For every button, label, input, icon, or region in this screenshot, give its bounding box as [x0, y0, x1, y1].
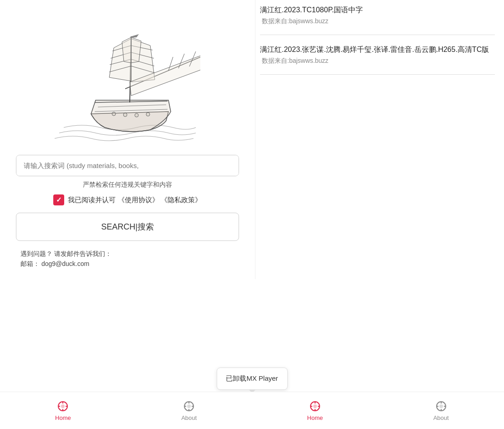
result-item-1[interactable]: 满江红.2023.张艺谋.沈腾.易烊千玺.张译.雷佳音.岳云鹏.H265.高清T…: [260, 44, 495, 75]
warning-text: 严禁检索任何违规关键字和内容: [83, 181, 172, 189]
nav-label-home-right: Home: [307, 414, 323, 421]
svg-point-18: [135, 113, 138, 117]
svg-point-33: [313, 404, 317, 408]
nav-label-about-left: About: [181, 414, 197, 421]
nav-label-home-left: Home: [55, 414, 71, 421]
home-icon-left: [56, 400, 69, 413]
results-container: 满江红.2023.TC1080P.国语中字 数据来自:bajswws.buzz …: [260, 5, 495, 75]
search-input-wrapper[interactable]: [16, 155, 239, 176]
contact-line1: 遇到问题？ 请发邮件告诉我们：: [20, 250, 239, 258]
search-section: 严禁检索任何违规关键字和内容 我已阅读并认可 《使用协议》 《隐私政策》 SEA…: [16, 155, 239, 270]
contact-section: 遇到问题？ 请发邮件告诉我们： 邮箱： dog9@duck.com: [16, 250, 239, 270]
svg-point-16: [112, 112, 116, 116]
contact-line2: 邮箱： dog9@duck.com: [20, 260, 239, 268]
checkbox-row: 我已阅读并认可 《使用协议》 《隐私政策》: [53, 194, 201, 205]
popup-tooltip: 已卸载MX Player: [216, 368, 287, 390]
search-input[interactable]: [16, 155, 239, 176]
about-icon-right: [435, 400, 448, 413]
bottom-nav: Home About Home: [0, 392, 504, 429]
search-button[interactable]: SEARCH|搜索: [16, 213, 239, 241]
result-title-1: 满江红.2023.张艺谋.沈腾.易烊千玺.张译.雷佳音.岳云鹏.H265.高清T…: [260, 44, 495, 55]
nav-item-home-left[interactable]: Home: [0, 392, 126, 429]
svg-point-19: [146, 112, 150, 116]
svg-point-27: [187, 404, 191, 408]
home-icon-right: [309, 400, 321, 413]
nav-item-about-right[interactable]: About: [378, 392, 504, 429]
about-icon-left: [183, 400, 195, 413]
svg-point-17: [123, 113, 127, 117]
result-item-0[interactable]: 满江红.2023.TC1080P.国语中字 数据来自:bajswws.buzz: [260, 5, 495, 35]
svg-point-21: [61, 404, 65, 408]
nav-item-about-left[interactable]: About: [126, 392, 252, 429]
agreement-checkbox[interactable]: [53, 194, 64, 205]
nav-label-about-right: About: [433, 414, 449, 421]
ship-illustration: [55, 9, 200, 146]
result-source-1: 数据来自:bajswws.buzz: [260, 57, 495, 65]
right-panel: 满江红.2023.TC1080P.国语中字 数据来自:bajswws.buzz …: [255, 0, 504, 279]
svg-point-39: [439, 404, 443, 408]
left-panel: 严禁检索任何违规关键字和内容 我已阅读并认可 《使用协议》 《隐私政策》 SEA…: [0, 0, 255, 279]
result-title-0: 满江红.2023.TC1080P.国语中字: [260, 5, 495, 15]
result-source-0: 数据来自:bajswws.buzz: [260, 17, 495, 26]
checkbox-label: 我已阅读并认可 《使用协议》 《隐私政策》: [68, 196, 201, 204]
nav-item-home-right[interactable]: Home: [252, 392, 378, 429]
